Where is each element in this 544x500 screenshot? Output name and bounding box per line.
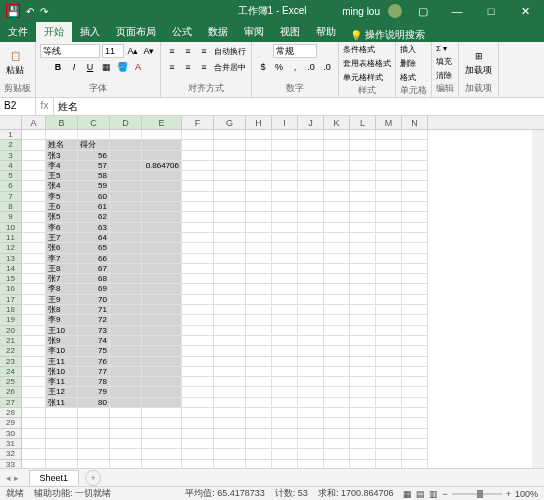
cell[interactable] (142, 212, 182, 222)
cell[interactable] (182, 181, 214, 191)
cell[interactable] (110, 181, 142, 191)
cell[interactable] (182, 377, 214, 387)
tab-help[interactable]: 帮助 (308, 22, 344, 42)
zoom-in-icon[interactable]: + (506, 489, 511, 499)
cell[interactable] (324, 212, 350, 222)
cell[interactable] (182, 429, 214, 439)
cell[interactable]: 57 (78, 161, 110, 171)
cell[interactable] (298, 305, 324, 315)
cell[interactable] (298, 418, 324, 428)
view-layout-icon[interactable]: ▤ (416, 489, 425, 499)
user-name[interactable]: ming lou (342, 6, 380, 17)
cell[interactable] (214, 192, 246, 202)
vertical-scrollbar[interactable] (532, 130, 544, 471)
cell[interactable] (182, 357, 214, 367)
cell[interactable] (22, 233, 46, 243)
cell[interactable] (376, 130, 402, 140)
cell[interactable] (246, 264, 272, 274)
cell[interactable] (324, 357, 350, 367)
cell[interactable] (214, 418, 246, 428)
cell[interactable]: 李11 (46, 377, 78, 387)
add-sheet-button[interactable]: + (85, 470, 101, 486)
row-header[interactable]: 7 (0, 192, 22, 202)
cell[interactable] (182, 192, 214, 202)
cell[interactable] (402, 439, 428, 449)
row-header[interactable]: 30 (0, 429, 22, 439)
cond-format-button[interactable]: 条件格式 (343, 44, 375, 55)
cell[interactable] (78, 439, 110, 449)
cell[interactable] (214, 398, 246, 408)
cell[interactable]: 60 (78, 192, 110, 202)
col-header[interactable]: F (182, 116, 214, 129)
row-header[interactable]: 19 (0, 315, 22, 325)
cell[interactable] (246, 439, 272, 449)
cell[interactable] (350, 387, 376, 397)
cell[interactable] (182, 212, 214, 222)
col-header[interactable]: C (78, 116, 110, 129)
cell[interactable] (46, 439, 78, 449)
tab-file[interactable]: 文件 (0, 22, 36, 42)
cell[interactable] (182, 439, 214, 449)
cell[interactable] (246, 295, 272, 305)
cell[interactable] (298, 336, 324, 346)
cell[interactable] (246, 398, 272, 408)
cell[interactable] (246, 274, 272, 284)
cell[interactable]: 张5 (46, 212, 78, 222)
cell[interactable] (22, 140, 46, 150)
table-format-button[interactable]: 套用表格格式 (343, 58, 391, 69)
row-header[interactable]: 10 (0, 223, 22, 233)
cell[interactable]: 74 (78, 336, 110, 346)
cell[interactable] (376, 192, 402, 202)
cell[interactable] (22, 429, 46, 439)
cell[interactable] (376, 202, 402, 212)
cell[interactable] (376, 243, 402, 253)
cell[interactable] (214, 151, 246, 161)
cell[interactable] (246, 305, 272, 315)
cell[interactable] (22, 130, 46, 140)
cell[interactable] (402, 346, 428, 356)
cell[interactable] (110, 223, 142, 233)
avatar[interactable] (388, 4, 402, 18)
cell[interactable] (246, 181, 272, 191)
tab-view[interactable]: 视图 (272, 22, 308, 42)
cell[interactable] (350, 202, 376, 212)
cell[interactable] (110, 264, 142, 274)
cell[interactable] (182, 233, 214, 243)
cell[interactable] (272, 202, 298, 212)
cell[interactable] (142, 284, 182, 294)
cell[interactable] (272, 357, 298, 367)
cell[interactable] (350, 254, 376, 264)
cell[interactable] (350, 223, 376, 233)
cell[interactable] (376, 387, 402, 397)
cell[interactable] (142, 449, 182, 459)
cell[interactable] (214, 284, 246, 294)
cell[interactable] (182, 284, 214, 294)
row-header[interactable]: 3 (0, 151, 22, 161)
cell[interactable] (272, 274, 298, 284)
col-header[interactable]: H (246, 116, 272, 129)
cell[interactable] (298, 130, 324, 140)
cell[interactable] (402, 202, 428, 212)
cell[interactable] (402, 192, 428, 202)
cell[interactable] (110, 326, 142, 336)
cell[interactable] (22, 254, 46, 264)
cell[interactable] (402, 357, 428, 367)
cell[interactable] (142, 202, 182, 212)
cell[interactable] (350, 346, 376, 356)
cell[interactable] (78, 130, 110, 140)
cell[interactable] (376, 140, 402, 150)
cell[interactable] (46, 418, 78, 428)
cell[interactable] (110, 387, 142, 397)
cell[interactable] (110, 295, 142, 305)
cell[interactable]: 70 (78, 295, 110, 305)
cell[interactable] (22, 192, 46, 202)
row-header[interactable]: 27 (0, 398, 22, 408)
cell[interactable]: 80 (78, 398, 110, 408)
fill-color-icon[interactable]: 🪣 (115, 60, 129, 74)
cell[interactable] (78, 408, 110, 418)
cell[interactable] (324, 418, 350, 428)
row-header[interactable]: 25 (0, 377, 22, 387)
cell[interactable]: 李7 (46, 254, 78, 264)
cell[interactable] (402, 326, 428, 336)
cell[interactable] (214, 140, 246, 150)
